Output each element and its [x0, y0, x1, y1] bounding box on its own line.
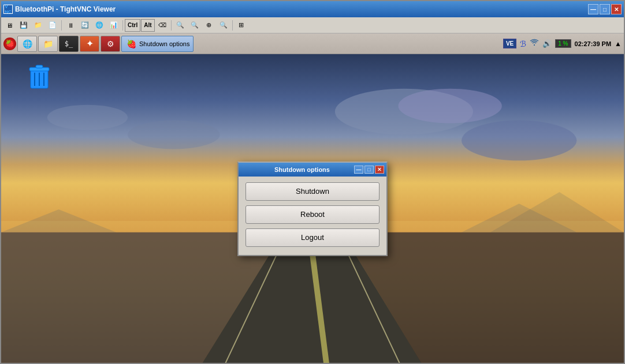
dialog-overlay: Shutdown options — □ ✕ Shutdown Reboot L…	[1, 54, 624, 363]
taskbar-terminal-btn[interactable]: $_	[59, 36, 79, 52]
toolbar-zoom-fit-btn[interactable]: ⊕	[202, 19, 216, 32]
minimize-button[interactable]: —	[588, 4, 598, 14]
toolbar-sep-2	[122, 20, 123, 31]
title-bar-left: VNC BluetoothPi - TightVNC Viewer	[3, 5, 116, 14]
toolbar-sep-1	[61, 20, 62, 31]
toolbar-chart-btn[interactable]: 📊	[107, 19, 121, 32]
dialog-title: Shutdown options	[250, 166, 354, 173]
maximize-button[interactable]: □	[600, 4, 610, 14]
toolbar-globe-btn[interactable]: 🌐	[92, 19, 106, 32]
window-controls[interactable]: — □ ✕	[588, 4, 622, 14]
dialog-maximize-btn[interactable]: □	[364, 166, 374, 174]
toolbar-pause-btn[interactable]: ⏸	[64, 19, 77, 32]
burst-icon: ✦	[84, 38, 95, 50]
globe-icon: 🌐	[21, 38, 33, 50]
toolbar-zoom-in-btn[interactable]: 🔍	[173, 19, 187, 32]
toolbar-ctrl-btn[interactable]: Ctrl	[125, 19, 140, 32]
desktop: Shutdown options — □ ✕ Shutdown Reboot L…	[1, 54, 624, 363]
dialog-titlebar: Shutdown options — □ ✕	[239, 163, 386, 177]
wifi-icon	[530, 39, 539, 48]
reboot-button[interactable]: Reboot	[245, 205, 380, 224]
clock: 02:27:39 PM	[575, 40, 612, 47]
raspberry-menu-btn[interactable]: 🍓	[3, 37, 16, 50]
taskbar-shutdown-options-tab[interactable]: 🍓 Shutdown options	[121, 36, 194, 52]
taskbar-globe-btn[interactable]: 🌐	[17, 36, 37, 52]
ve-indicator: VE	[503, 39, 516, 48]
toolbar-fullscreen-btn[interactable]: ⊞	[235, 19, 248, 32]
volume-icon: 🔊	[542, 39, 552, 48]
taskbar-config-btn[interactable]: ⚙	[101, 36, 120, 52]
vnc-window: VNC BluetoothPi - TightVNC Viewer — □ ✕ …	[0, 0, 625, 364]
config-icon: ⚙	[105, 38, 116, 50]
dialog-controls[interactable]: — □ ✕	[354, 166, 384, 174]
toolbar-sep-4	[232, 20, 233, 31]
terminal-icon: $_	[63, 38, 75, 50]
toolbar-save-btn[interactable]: 💾	[17, 19, 31, 32]
toolbar-zoom-out-btn[interactable]: 🔍	[188, 19, 202, 32]
vnc-icon: VNC	[3, 5, 13, 14]
taskbar-right: VE ℬ 🔊 1 % 02:27:39 PM ▲	[503, 39, 622, 48]
raspberry-small-icon: 🍓	[125, 38, 137, 50]
toolbar-alt-btn[interactable]: Alt	[141, 19, 154, 32]
shutdown-button[interactable]: Shutdown	[245, 182, 380, 201]
folder-icon: 📁	[42, 38, 54, 50]
toolbar: 🖥 💾 📁 📄 ⏸ 🔄 🌐 📊 Ctrl Alt ⌫ 🔍 🔍 ⊕ 🔍 ⊞	[1, 17, 624, 33]
window-title: BluetoothPi - TightVNC Viewer	[15, 5, 116, 13]
taskbar-active-label: Shutdown options	[139, 40, 189, 47]
taskbar: 🍓 🌐 📁 $_ ✦ ⚙ 🍓 Shutdown options VE ℬ 🔊 1	[1, 33, 624, 54]
close-button[interactable]: ✕	[611, 4, 622, 14]
title-bar: VNC BluetoothPi - TightVNC Viewer — □ ✕	[1, 1, 624, 17]
taskbar-burst-btn[interactable]: ✦	[80, 36, 99, 52]
dialog-minimize-btn[interactable]: —	[354, 166, 363, 174]
toolbar-doc-btn[interactable]: 📄	[46, 19, 59, 32]
scroll-up-icon[interactable]: ▲	[615, 40, 622, 48]
dialog-content: Shutdown Reboot Logout	[239, 177, 386, 255]
toolbar-backspace-btn[interactable]: ⌫	[155, 19, 169, 32]
shutdown-dialog: Shutdown options — □ ✕ Shutdown Reboot L…	[237, 162, 388, 256]
battery-indicator: 1 %	[555, 39, 571, 48]
toolbar-screen-btn[interactable]: 🖥	[2, 19, 16, 32]
logout-button[interactable]: Logout	[245, 228, 380, 247]
toolbar-folder-btn[interactable]: 📁	[31, 19, 45, 32]
taskbar-folder-btn[interactable]: 📁	[38, 36, 58, 52]
dialog-close-btn[interactable]: ✕	[375, 166, 384, 174]
toolbar-sep-3	[171, 20, 172, 31]
toolbar-zoom-full-btn[interactable]: 🔍	[217, 19, 230, 32]
bluetooth-icon: ℬ	[520, 39, 526, 48]
toolbar-refresh-btn[interactable]: 🔄	[78, 19, 92, 32]
